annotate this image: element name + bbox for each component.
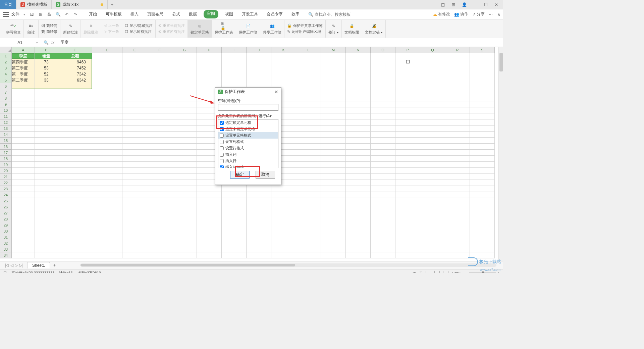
cell[interactable]	[92, 222, 122, 228]
row-header[interactable]: 5	[0, 77, 12, 83]
cell[interactable]	[420, 119, 445, 126]
cell[interactable]	[296, 216, 321, 222]
cell[interactable]	[346, 138, 371, 144]
cell[interactable]: 季度	[12, 53, 35, 59]
cell[interactable]	[247, 252, 271, 258]
cell[interactable]	[247, 234, 271, 240]
cell[interactable]	[222, 246, 247, 252]
collab-label[interactable]: 协作	[460, 11, 468, 17]
cell[interactable]	[58, 132, 92, 138]
cell[interactable]	[445, 168, 470, 174]
cell[interactable]	[147, 89, 172, 95]
cell[interactable]	[321, 89, 346, 95]
row-header[interactable]: 7	[0, 89, 12, 95]
cell[interactable]	[12, 83, 35, 89]
close-icon[interactable]: ✕	[492, 1, 500, 9]
cell[interactable]	[321, 144, 346, 150]
row-header[interactable]: 17	[0, 150, 12, 156]
cell[interactable]	[371, 107, 395, 113]
cell[interactable]	[420, 234, 445, 240]
cell[interactable]	[371, 101, 395, 107]
col-header[interactable]: K	[271, 47, 296, 53]
cell[interactable]	[122, 132, 147, 138]
cell[interactable]	[346, 228, 371, 234]
cell[interactable]	[12, 89, 35, 95]
cell[interactable]	[271, 53, 296, 59]
cell[interactable]	[321, 77, 346, 83]
cell[interactable]	[445, 89, 470, 95]
cell[interactable]	[321, 192, 346, 198]
cell[interactable]	[92, 216, 122, 222]
row-header[interactable]: 12	[0, 119, 12, 126]
cell[interactable]	[395, 132, 420, 138]
cell[interactable]	[395, 246, 420, 252]
cell[interactable]	[172, 113, 197, 119]
cell[interactable]	[470, 59, 495, 65]
cell[interactable]	[395, 71, 420, 77]
cell[interactable]	[321, 119, 346, 126]
cell[interactable]	[271, 228, 296, 234]
cell[interactable]	[35, 222, 58, 228]
cell[interactable]	[321, 174, 346, 180]
cell[interactable]	[35, 113, 58, 119]
cell[interactable]	[58, 186, 92, 192]
menu-tab-efficiency[interactable]: 效率	[289, 10, 302, 18]
cell[interactable]	[445, 228, 470, 234]
cell[interactable]	[445, 150, 470, 156]
cell[interactable]	[445, 156, 470, 162]
cell[interactable]	[92, 234, 122, 240]
cell[interactable]	[420, 113, 445, 119]
ribbon-delete-comment[interactable]: ✖删除批注	[81, 20, 101, 38]
cell[interactable]	[420, 252, 445, 258]
cell[interactable]	[122, 83, 147, 89]
name-box[interactable]: A1	[0, 39, 40, 46]
cell[interactable]	[371, 240, 395, 246]
cell[interactable]	[122, 186, 147, 192]
cell[interactable]	[346, 186, 371, 192]
horizontal-scrollbar[interactable]	[80, 263, 496, 267]
cell[interactable]	[12, 150, 35, 156]
col-header[interactable]: H	[197, 47, 222, 53]
cell[interactable]	[122, 150, 147, 156]
column-headers[interactable]: ABCDEFGHIJKLMNOPQRS	[12, 47, 498, 53]
cell[interactable]	[296, 138, 321, 144]
cell[interactable]	[445, 126, 470, 132]
cell[interactable]	[371, 71, 395, 77]
ok-button[interactable]: 确定	[230, 171, 250, 179]
cell[interactable]	[346, 168, 371, 174]
cell[interactable]	[92, 210, 122, 216]
cell[interactable]	[58, 192, 92, 198]
cell[interactable]	[92, 132, 122, 138]
cell[interactable]	[321, 95, 346, 101]
cell[interactable]	[371, 198, 395, 204]
ribbon-share-book[interactable]: 👥共享工作簿	[260, 20, 284, 38]
cell[interactable]	[122, 252, 147, 258]
ribbon-new-comment[interactable]: ✎新建批注	[60, 20, 81, 38]
cell[interactable]	[247, 222, 271, 228]
cell[interactable]	[321, 53, 346, 59]
menu-tab-keniu[interactable]: 可牛模板	[104, 10, 124, 18]
cell[interactable]	[147, 174, 172, 180]
cell[interactable]	[197, 204, 222, 210]
cell[interactable]	[371, 65, 395, 71]
cell[interactable]	[346, 180, 371, 186]
cell[interactable]	[420, 180, 445, 186]
add-sheet[interactable]: +	[51, 263, 58, 268]
cell[interactable]	[147, 101, 172, 107]
cell[interactable]	[470, 89, 495, 95]
cell[interactable]	[122, 240, 147, 246]
cell[interactable]	[122, 210, 147, 216]
cell[interactable]	[420, 107, 445, 113]
allow-edit-ranges[interactable]: ✎ 允许用户编辑区域	[286, 29, 322, 35]
cell[interactable]	[35, 150, 58, 156]
protect-share-book[interactable]: 🔒 保护并共享工作簿	[286, 23, 323, 29]
cell[interactable]	[222, 77, 247, 83]
cell[interactable]	[395, 113, 420, 119]
cell[interactable]	[172, 198, 197, 204]
cell[interactable]	[58, 101, 92, 107]
cell[interactable]	[371, 77, 395, 83]
menu-tab-review[interactable]: 审阅	[204, 10, 218, 18]
cell[interactable]	[420, 150, 445, 156]
eye-icon[interactable]: 👁	[413, 271, 416, 273]
cell[interactable]	[247, 240, 271, 246]
